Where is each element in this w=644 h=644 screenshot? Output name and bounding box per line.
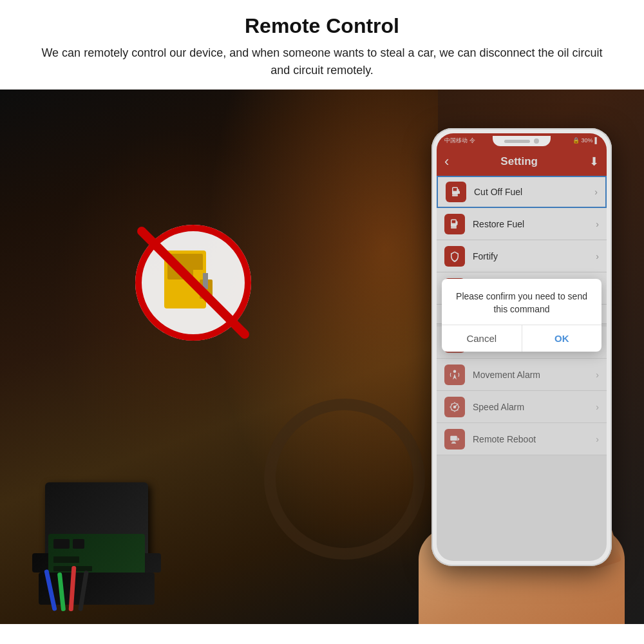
svg-rect-5 <box>203 273 208 289</box>
confirm-buttons: Cancel OK <box>442 325 601 352</box>
page-title: Remote Control <box>39 14 605 38</box>
confirm-message: Please confirm you need to send this com… <box>442 279 601 325</box>
camera <box>534 138 539 144</box>
phone-device: 中国移动 令 09:36 🔒 30% ▌ ‹ Setting ⬇ <box>412 128 631 624</box>
no-fuel-sign <box>129 218 258 347</box>
ok-button[interactable]: OK <box>522 325 602 352</box>
phone-notch <box>493 136 551 146</box>
cancel-button[interactable]: Cancel <box>442 325 522 352</box>
page-header: Remote Control We can remotely control o… <box>0 0 644 90</box>
speaker <box>504 140 530 143</box>
main-content: 中国移动 令 09:36 🔒 30% ▌ ‹ Setting ⬇ <box>0 90 644 624</box>
hardware-device <box>13 482 193 611</box>
phone-screen: 中国移动 令 09:36 🔒 30% ▌ ‹ Setting ⬇ <box>437 133 607 561</box>
steering-wheel <box>264 399 425 560</box>
confirm-dialog: Please confirm you need to send this com… <box>442 279 601 352</box>
phone-body: 中国移动 令 09:36 🔒 30% ▌ ‹ Setting ⬇ <box>431 128 612 566</box>
page-description: We can remotely control our device, and … <box>39 44 605 79</box>
